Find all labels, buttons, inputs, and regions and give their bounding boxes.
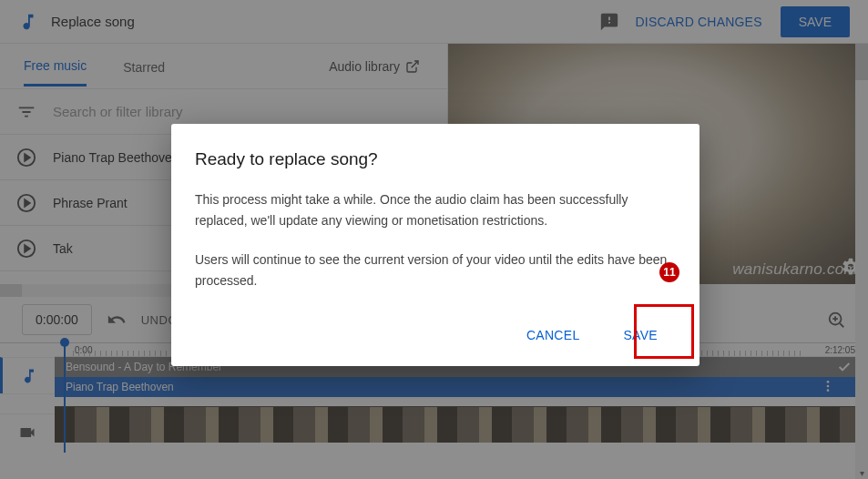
dialog-title: Ready to replace song? bbox=[195, 149, 676, 169]
dialog-actions: CANCEL SAVE bbox=[195, 310, 676, 352]
dialog-paragraph-1: This process might take a while. Once th… bbox=[195, 189, 676, 231]
cancel-button[interactable]: CANCEL bbox=[508, 319, 598, 352]
app-root: Replace song DISCARD CHANGES SAVE Free m… bbox=[0, 0, 868, 479]
annotation-step-badge: 11 bbox=[659, 262, 679, 282]
dialog-paragraph-2: Users will continue to see the current v… bbox=[195, 250, 676, 291]
confirm-dialog: Ready to replace song? This process migh… bbox=[171, 124, 700, 366]
dialog-save-button[interactable]: SAVE bbox=[605, 319, 676, 352]
